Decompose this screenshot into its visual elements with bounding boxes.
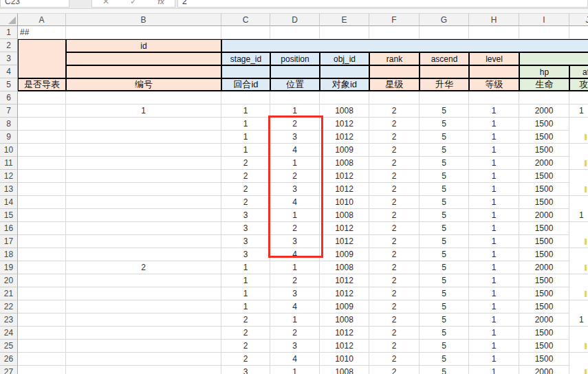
cell-G27[interactable]: 5 — [420, 366, 469, 374]
cell-G23[interactable]: 5 — [420, 314, 469, 327]
cell-A17[interactable] — [18, 235, 66, 248]
cell-I9[interactable]: 1500 — [519, 131, 569, 144]
row-header-23[interactable]: 23 — [0, 314, 18, 327]
cell-I15[interactable]: 2000 — [519, 209, 569, 222]
cell-G25[interactable]: 5 — [420, 340, 469, 353]
cell-F12[interactable]: 2 — [369, 170, 420, 183]
cell-B10[interactable] — [66, 144, 221, 157]
cell-E23[interactable]: 1008 — [320, 314, 369, 327]
cell-J10[interactable] — [569, 183, 588, 196]
column-header-B[interactable]: B — [66, 13, 221, 26]
cell-E7[interactable]: 1008 — [320, 104, 369, 118]
cell-A19[interactable] — [18, 261, 66, 274]
header-cell-E5[interactable]: 对象id — [320, 78, 369, 91]
cell-I13[interactable]: 1500 — [519, 183, 569, 196]
cell-J6[interactable] — [569, 91, 588, 104]
cell-C7[interactable]: 1 — [221, 104, 270, 118]
cell-H15[interactable]: 1 — [469, 209, 519, 222]
cell-H18[interactable]: 1 — [469, 248, 519, 261]
cell-C23[interactable]: 2 — [221, 314, 270, 327]
cell-F14[interactable]: 2 — [369, 196, 420, 209]
cell-C16[interactable]: 3 — [221, 222, 270, 235]
cell-F7[interactable]: 2 — [369, 104, 420, 118]
cell-E25[interactable]: 1012 — [320, 340, 369, 353]
cell-D25[interactable]: 3 — [270, 340, 320, 353]
cell-J1[interactable] — [569, 26, 588, 39]
cell-G13[interactable]: 5 — [420, 183, 469, 196]
header-cell-A2[interactable] — [18, 39, 66, 78]
cell-E6[interactable] — [320, 91, 369, 104]
row-header-10[interactable]: 10 — [0, 144, 18, 157]
header-cell-G4[interactable] — [420, 65, 469, 78]
header-cell-I4[interactable]: hp — [519, 65, 569, 78]
cell-B20[interactable] — [66, 274, 221, 287]
cell-E27[interactable]: 1008 — [320, 366, 369, 374]
cell-I22[interactable]: 1500 — [519, 300, 569, 314]
cell-F6[interactable] — [369, 91, 420, 104]
header-cell-F3[interactable]: rank — [369, 52, 420, 65]
name-box[interactable]: C23 — [0, 0, 69, 8]
cell-E14[interactable]: 1010 — [320, 196, 369, 209]
cell-A9[interactable] — [18, 131, 66, 144]
column-header-J[interactable]: J — [569, 13, 588, 26]
row-header-21[interactable]: 21 — [0, 287, 18, 300]
row-header-2[interactable]: 2 — [0, 39, 18, 52]
cell-H8[interactable]: 1 — [469, 118, 519, 131]
row-header-11[interactable]: 11 — [0, 157, 18, 170]
column-header-G[interactable]: G — [420, 13, 469, 26]
cell-H26[interactable]: 1 — [469, 353, 519, 366]
cell-H22[interactable]: 1 — [469, 300, 519, 314]
cell-G19[interactable]: 5 — [420, 261, 469, 274]
cell-J11[interactable]: 1 — [569, 209, 588, 222]
header-cell-C3[interactable]: stage_id — [221, 52, 270, 65]
cell-A18[interactable] — [18, 248, 66, 261]
cell-I27[interactable]: 2000 — [519, 366, 569, 374]
cell-C11[interactable]: 2 — [221, 157, 270, 170]
cell-B12[interactable] — [66, 170, 221, 183]
cell-A12[interactable] — [18, 170, 66, 183]
row-header-22[interactable]: 22 — [0, 300, 18, 314]
cell-H17[interactable]: 1 — [469, 235, 519, 248]
cell-B23[interactable] — [66, 314, 221, 327]
header-cell-A5[interactable]: 是否导表 — [18, 78, 66, 91]
cell-F18[interactable]: 2 — [369, 248, 420, 261]
cell-F19[interactable]: 2 — [369, 261, 420, 274]
cell-E20[interactable]: 1012 — [320, 274, 369, 287]
cell-G1[interactable] — [420, 26, 469, 39]
cell-I26[interactable]: 1500 — [519, 353, 569, 366]
cell-B6[interactable] — [66, 91, 221, 104]
column-header-D[interactable]: D — [270, 13, 320, 26]
cell-C25[interactable]: 2 — [221, 340, 270, 353]
cell-I12[interactable]: 1500 — [519, 170, 569, 183]
cell-G20[interactable]: 5 — [420, 274, 469, 287]
cell-F26[interactable]: 2 — [369, 353, 420, 366]
cell-I20[interactable]: 1500 — [519, 274, 569, 287]
cell-E21[interactable]: 1012 — [320, 287, 369, 300]
cell-C10[interactable]: 1 — [221, 144, 270, 157]
header-cell-J5[interactable]: 攻击 — [569, 78, 588, 91]
column-header-C[interactable]: C — [221, 13, 270, 26]
header-cell-G3[interactable]: ascend — [420, 52, 469, 65]
row-header-7[interactable]: 7 — [0, 104, 18, 118]
cell-H10[interactable]: 1 — [469, 144, 519, 157]
cell-I14[interactable]: 1500 — [519, 196, 569, 209]
cell-F23[interactable]: 2 — [369, 314, 420, 327]
header-cell-B2[interactable]: id — [66, 39, 221, 52]
cell-J9[interactable] — [569, 157, 588, 170]
cell-E18[interactable]: 1009 — [320, 248, 369, 261]
cell-E15[interactable]: 1008 — [320, 209, 369, 222]
cell-E16[interactable]: 1012 — [320, 222, 369, 235]
row-header-19[interactable]: 19 — [0, 261, 18, 274]
header-cell-G5[interactable]: 升华 — [420, 78, 469, 91]
cell-H1[interactable] — [469, 26, 519, 39]
cell-A16[interactable] — [18, 222, 66, 235]
cell-J12[interactable] — [569, 235, 588, 248]
cell-B25[interactable] — [66, 340, 221, 353]
cell-J15[interactable]: 1 — [569, 314, 588, 327]
row-header-4[interactable]: 4 — [0, 65, 18, 78]
row-header-24[interactable]: 24 — [0, 327, 18, 340]
cell-H6[interactable] — [469, 91, 519, 104]
insert-function-icon[interactable]: fx — [157, 0, 164, 6]
cell-A14[interactable] — [18, 196, 66, 209]
row-header-1[interactable]: 1 — [0, 26, 18, 39]
